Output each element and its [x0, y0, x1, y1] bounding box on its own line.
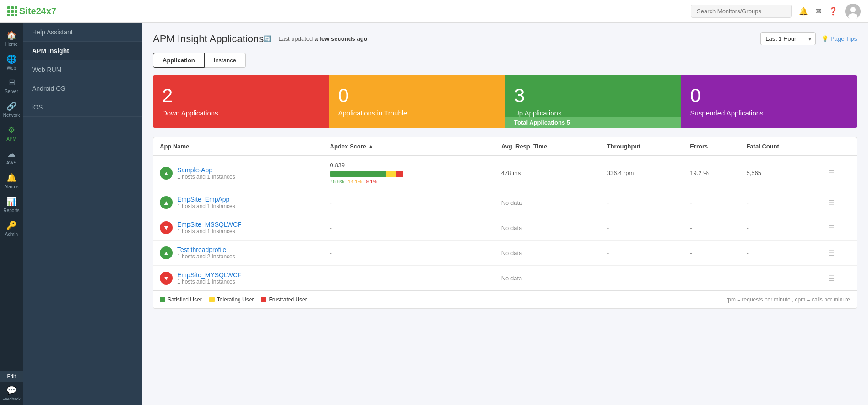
apdex-score-empsite-empapp: - [324, 190, 495, 215]
notifications-button[interactable]: 🔔 [799, 7, 808, 16]
avg-resp-mssqlwcf: No data [495, 215, 601, 241]
nav-label-network: Network [3, 113, 20, 118]
nav-item-aws[interactable]: ☁ AWS [0, 145, 23, 169]
time-filter-select[interactable]: Last 1 Hour Last 6 Hours Last 24 Hours L… [760, 32, 816, 45]
nav-item-server[interactable]: 🖥 Server [0, 74, 23, 98]
refresh-icon[interactable]: 🔄 [264, 35, 271, 42]
topbar: Site24x7 🔔 ✉ ❓ [0, 0, 868, 23]
errors-mysqlwcf: - [684, 266, 740, 291]
legend-frustrated-label: Frustrated User [269, 296, 307, 303]
menu-sample-app[interactable]: ☰ [822, 156, 857, 190]
app-name-cell: ▲ EmpSite_EmpApp 1 hosts and 1 Instances [153, 190, 324, 215]
feedback-button[interactable]: 💬 Feedback [0, 382, 23, 405]
apdex-red-pct: 9.1% [366, 179, 377, 184]
admin-icon: 🔑 [6, 220, 16, 230]
col-header-throughput: Throughput [601, 137, 684, 156]
nav-item-web[interactable]: 🌐 Web [0, 50, 23, 74]
reports-icon: 📊 [6, 197, 16, 207]
app-hosts-empsite-empapp: 1 hosts and 1 Instances [177, 203, 235, 209]
nav-item-network[interactable]: 🔗 Network [0, 98, 23, 121]
fatal-mysqlwcf: - [740, 266, 822, 291]
apdex-bar [330, 171, 403, 177]
edit-button[interactable]: Edit [0, 371, 23, 382]
fatal-empsite-empapp: - [740, 190, 822, 215]
nav-item-reports[interactable]: 📊 Reports [0, 193, 23, 217]
app-hosts-sample-app: 1 hosts and 1 Instances [177, 174, 235, 180]
search-input[interactable] [691, 5, 792, 18]
up-count: 3 [514, 86, 672, 105]
nav-label-alarms: Alarms [4, 184, 18, 189]
layout: 🏠 Home 🌐 Web 🖥 Server 🔗 Network ⚙ APM ☁ … [0, 23, 868, 405]
app-link-empsite-empapp[interactable]: EmpSite_EmpApp [177, 196, 235, 203]
apdex-score-mysqlwcf: - [324, 266, 495, 291]
app-link-mysqlwcf[interactable]: EmpSite_MYSQLWCF [177, 271, 242, 279]
menu-mssqlwcf[interactable]: ☰ [822, 215, 857, 241]
app-hosts-threadprofile: 1 hosts and 2 Instances [177, 253, 235, 260]
sidebar-item-web-rum[interactable]: Web RUM [23, 60, 142, 79]
errors-sample-app: 19.2 % [684, 156, 740, 190]
nav-item-home[interactable]: 🏠 Home [0, 27, 23, 50]
nav-label-web: Web [7, 66, 16, 71]
sidebar-label-webrum: Web RUM [32, 66, 61, 73]
sidebar-item-help-assistant[interactable]: Help Assistant [23, 23, 142, 42]
throughput-sample-app: 336.4 rpm [601, 156, 684, 190]
status-down-icon: ▼ [160, 272, 173, 285]
nav-label-reports: Reports [3, 208, 19, 213]
legend-dot-yellow [209, 297, 215, 302]
errors-empsite-empapp: - [684, 190, 740, 215]
page-tips-label: Page Tips [830, 35, 857, 42]
app-link-sample-app[interactable]: Sample-App [177, 166, 235, 174]
avg-resp-mysqlwcf: No data [495, 266, 601, 291]
aws-icon: ☁ [7, 149, 16, 159]
table-row: ▼ EmpSite_MYSQLWCF 1 hosts and 1 Instanc… [153, 266, 857, 291]
card-trouble-applications[interactable]: 0 Applications in Trouble [329, 75, 505, 128]
apdex-green-pct: 76.8% [330, 179, 344, 184]
sidebar-label-ios: iOS [32, 104, 43, 111]
icon-nav: 🏠 Home 🌐 Web 🖥 Server 🔗 Network ⚙ APM ☁ … [0, 23, 23, 405]
table-row: ▼ EmpSite_MSSQLWCF 1 hosts and 1 Instanc… [153, 215, 857, 241]
sidebar-item-ios[interactable]: iOS [23, 98, 142, 117]
card-up-applications[interactable]: 3 Up Applications Total Applications 5 [505, 75, 681, 128]
network-icon: 🔗 [6, 101, 16, 111]
sidebar-item-apm-insight[interactable]: APM Insight [23, 42, 142, 60]
messages-button[interactable]: ✉ [815, 7, 821, 16]
nav-label-aws: AWS [6, 160, 16, 165]
avatar[interactable] [845, 4, 861, 19]
app-name-cell: ▲ Sample-App 1 hosts and 1 Instances [153, 156, 324, 190]
nav-label-server: Server [5, 89, 18, 94]
tab-application[interactable]: Application [153, 53, 205, 68]
col-header-errors: Errors [684, 137, 740, 156]
page-title: APM Insight Applications [153, 33, 264, 45]
sidebar-label-apm: APM Insight [32, 47, 69, 55]
menu-empsite-empapp[interactable]: ☰ [822, 190, 857, 215]
help-button[interactable]: ❓ [829, 7, 838, 16]
status-up-icon: ▲ [160, 167, 173, 180]
app-table: App Name Apdex Score ▲ Avg. Resp. Time T… [153, 137, 857, 309]
nav-item-admin[interactable]: 🔑 Admin [0, 217, 23, 241]
nav-label-apm: APM [6, 137, 16, 142]
card-down-applications[interactable]: 2 Down Applications [153, 75, 329, 128]
apdex-yellow-pct: 14.1% [348, 179, 362, 184]
col-header-apdex-score[interactable]: Apdex Score ▲ [324, 137, 495, 156]
sidebar-item-android-os[interactable]: Android OS [23, 79, 142, 98]
down-label: Down Applications [162, 109, 320, 117]
site-logo[interactable]: Site24x7 [7, 6, 56, 16]
throughput-threadprofile: - [601, 241, 684, 266]
status-up-icon: ▲ [160, 246, 173, 259]
app-link-mssqlwcf[interactable]: EmpSite_MSSQLWCF [177, 221, 242, 228]
app-hosts-mssqlwcf: 1 hosts and 1 Instances [177, 228, 242, 235]
app-link-threadprofile[interactable]: Test threadprofile [177, 246, 235, 253]
nav-item-alarms[interactable]: 🔔 Alarms [0, 169, 23, 193]
apdex-score-mssqlwcf: - [324, 215, 495, 241]
col-header-app-name: App Name [153, 137, 324, 156]
nav-item-apm[interactable]: ⚙ APM [0, 121, 23, 145]
card-suspended-applications[interactable]: 0 Suspended Applications [681, 75, 857, 128]
menu-threadprofile[interactable]: ☰ [822, 241, 857, 266]
svg-point-1 [850, 7, 856, 12]
col-header-actions [822, 137, 857, 156]
tab-instance[interactable]: Instance [205, 53, 246, 68]
sidebar-label-help: Help Assistant [32, 28, 73, 36]
trouble-label: Applications in Trouble [338, 109, 496, 117]
menu-mysqlwcf[interactable]: ☰ [822, 266, 857, 291]
page-tips-button[interactable]: 💡 Page Tips [821, 35, 857, 42]
